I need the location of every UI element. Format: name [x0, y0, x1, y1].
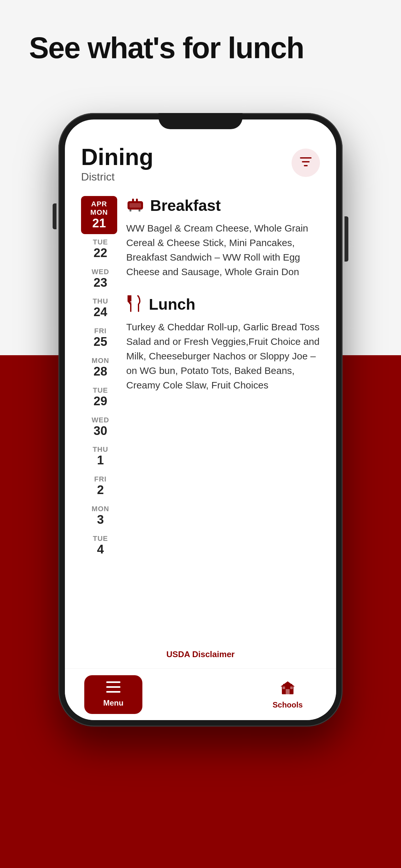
date-number-30: 30: [94, 424, 107, 438]
date-label-mon3: MON: [92, 505, 109, 513]
tab-menu[interactable]: Menu: [84, 675, 143, 714]
meals-content: Breakfast WW Bagel & Cream Cheese, Whole…: [120, 196, 320, 648]
date-number-29: 29: [94, 395, 107, 408]
filter-icon: [300, 157, 312, 169]
svg-rect-6: [136, 198, 138, 203]
lunch-section: Lunch Turkey & Cheddar Roll-up, Garlic B…: [126, 294, 320, 392]
date-label-mon21: MON: [90, 208, 108, 217]
date-item-mon28[interactable]: MON 28: [81, 352, 120, 382]
breakfast-title-row: Breakfast: [126, 196, 320, 215]
date-column: Apr MON 21 TUE 22 WED 23: [81, 196, 120, 648]
svg-marker-13: [281, 681, 295, 686]
date-label-mon28: MON: [92, 356, 109, 365]
svg-rect-18: [291, 684, 292, 686]
app-subtitle: District: [81, 170, 153, 183]
breakfast-description: WW Bagel & Cream Cheese, Whole Grain Cer…: [126, 221, 320, 279]
phone-screen: Dining District: [65, 120, 336, 720]
date-label-tue29: TUE: [93, 386, 108, 395]
date-number-2: 2: [97, 484, 104, 497]
svg-rect-11: [106, 691, 120, 693]
page-headline: See what's for lunch: [29, 32, 304, 64]
date-item-tue22[interactable]: TUE 22: [81, 234, 120, 264]
tab-schools[interactable]: Schools: [258, 675, 317, 714]
date-item-tue29[interactable]: TUE 29: [81, 382, 120, 412]
date-item-apr21[interactable]: Apr MON 21: [81, 196, 117, 234]
date-label-thu1: THU: [93, 445, 108, 454]
schools-tab-icon: [280, 679, 296, 698]
date-item-wed30[interactable]: WED 30: [81, 412, 120, 442]
lunch-title-row: Lunch: [126, 294, 320, 314]
svg-rect-1: [302, 161, 310, 162]
date-number-28: 28: [94, 365, 107, 378]
phone-container: Dining District: [58, 113, 343, 726]
menu-tab-icon: [106, 681, 120, 696]
svg-rect-14: [286, 689, 289, 694]
date-label-wed23: WED: [92, 268, 109, 276]
date-number-25: 25: [94, 335, 107, 349]
svg-rect-10: [106, 686, 120, 688]
date-item-mon3[interactable]: MON 3: [81, 501, 120, 531]
date-label-fri25: FRI: [94, 327, 106, 335]
usda-disclaimer[interactable]: USDA Disclaimer: [166, 649, 235, 659]
date-label-thu24: THU: [93, 297, 108, 306]
svg-rect-2: [304, 165, 308, 166]
svg-rect-8: [138, 210, 141, 212]
phone-notch: [158, 113, 243, 129]
date-label-fri2: FRI: [94, 475, 106, 484]
breakfast-title: Breakfast: [150, 197, 221, 214]
bottom-bar: USDA Disclaimer Menu: [65, 669, 336, 720]
svg-rect-9: [106, 681, 120, 683]
svg-rect-0: [300, 157, 312, 159]
date-item-thu24[interactable]: THU 24: [81, 293, 120, 323]
date-number-23: 23: [94, 276, 107, 290]
date-item-wed23[interactable]: WED 23: [81, 264, 120, 293]
lunch-description: Turkey & Cheddar Roll-up, Garlic Bread T…: [126, 320, 320, 392]
date-item-fri25[interactable]: FRI 25: [81, 323, 120, 352]
filter-button[interactable]: [291, 149, 320, 177]
date-number-4: 4: [97, 543, 104, 556]
page-wrapper: See what's for lunch Dining District: [0, 0, 401, 868]
date-item-thu1[interactable]: THU 1: [81, 441, 120, 471]
svg-rect-4: [129, 203, 141, 208]
date-item-tue4[interactable]: TUE 4: [81, 531, 120, 560]
date-month-apr: Apr: [91, 200, 107, 208]
date-number-22: 22: [94, 246, 107, 260]
svg-rect-17: [283, 684, 284, 686]
lunch-title: Lunch: [149, 296, 195, 313]
screen-content: Dining District: [65, 120, 336, 669]
date-number-3: 3: [97, 513, 104, 527]
date-label-tue4: TUE: [93, 534, 108, 543]
app-title-group: Dining District: [81, 145, 153, 183]
date-label-wed30: WED: [92, 416, 109, 424]
date-number-24: 24: [94, 306, 107, 319]
svg-rect-16: [290, 686, 293, 689]
date-number-21: 21: [92, 217, 106, 230]
date-item-fri2[interactable]: FRI 2: [81, 471, 120, 501]
date-label-tue22: TUE: [93, 238, 108, 246]
schools-tab-label: Schools: [273, 701, 303, 709]
main-layout: Apr MON 21 TUE 22 WED 23: [81, 196, 320, 648]
svg-rect-15: [282, 686, 285, 689]
svg-rect-7: [129, 210, 131, 212]
menu-tab-label: Menu: [103, 699, 124, 708]
date-number-1: 1: [97, 454, 104, 467]
app-title: Dining: [81, 145, 153, 168]
breakfast-section: Breakfast WW Bagel & Cream Cheese, Whole…: [126, 196, 320, 279]
app-header: Dining District: [81, 145, 320, 183]
svg-rect-5: [132, 198, 134, 203]
phone-frame: Dining District: [58, 113, 343, 726]
lunch-icon: [126, 294, 143, 314]
breakfast-icon: [126, 196, 144, 215]
